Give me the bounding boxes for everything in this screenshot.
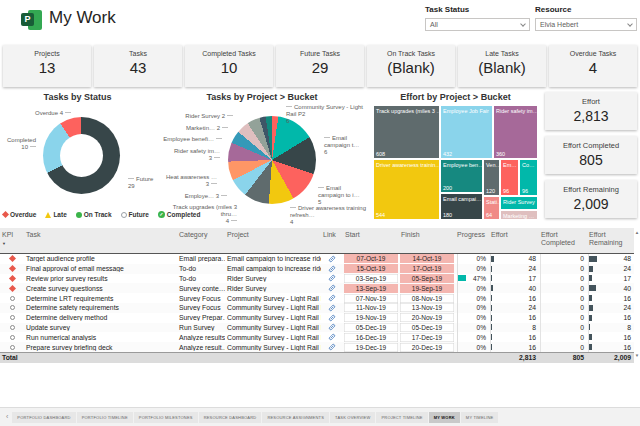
resource-dropdown[interactable]: Elvia Hebert — [535, 18, 637, 31]
kpi-card[interactable]: On Track Tasks(Blank) — [367, 45, 455, 87]
link-icon[interactable] — [328, 294, 336, 302]
kpi-card[interactable]: Late Tasks(Blank) — [458, 45, 546, 87]
effort-completed-cell: 0 — [540, 332, 587, 342]
column-header-effort-completed[interactable]: Effort Completed — [539, 230, 587, 253]
column-header-finish[interactable]: Finish — [399, 230, 455, 253]
report-tab-my-timeline[interactable]: MY TIMELINE — [461, 412, 499, 423]
tab-scroll-left-icon[interactable]: ‹ — [6, 412, 8, 422]
treemap-tile[interactable]: Co…96 — [519, 159, 538, 196]
table-row[interactable]: Determine LRT requirementsSurvey FocusCo… — [0, 293, 634, 303]
treemap-tile[interactable]: Stati…64 — [483, 196, 500, 220]
report-tab-portfolio-dashboard[interactable]: PORTFOLIO DASHBOARD — [12, 412, 75, 423]
kpi-card-value: 10 — [185, 59, 273, 76]
treemap-tile[interactable]: Employee Job Fair432 — [440, 105, 493, 159]
table-row[interactable]: Determine safety requirementsSurvey Focu… — [0, 303, 634, 313]
table-row[interactable]: Create survey questionssSurvey conte…Rid… — [0, 283, 634, 293]
column-header-kpi[interactable]: KPI▼ — [0, 230, 24, 253]
column-header-effort[interactable]: Effort — [489, 230, 539, 253]
report-tab-my-work[interactable]: MY WORK — [429, 412, 460, 423]
chart-data-label: Rider safety im… 3 — [174, 148, 220, 162]
report-tab-portfolio-milestones[interactable]: PORTFOLIO MILESTONES — [134, 412, 198, 423]
link-icon[interactable] — [328, 343, 336, 351]
task-status-dropdown[interactable]: All — [425, 18, 530, 31]
treemap-tile[interactable]: Rider safety im…360 — [493, 105, 538, 159]
link-icon[interactable] — [328, 284, 336, 292]
link-cell[interactable] — [321, 323, 343, 331]
link-cell[interactable] — [321, 304, 343, 312]
diamond-icon — [2, 211, 9, 218]
column-header-project[interactable]: Project — [225, 230, 321, 253]
table-row[interactable]: Target audience profileEmail prepara…Ema… — [0, 254, 634, 264]
effort-card[interactable]: Effort2,813 — [545, 92, 637, 130]
circle-check-icon: ✓ — [158, 211, 165, 218]
link-cell[interactable] — [321, 294, 343, 302]
table-row[interactable]: Run numerical analysisAnalyze resultsCom… — [0, 332, 634, 342]
column-header-effort-remaining[interactable]: Effort Remaining — [587, 230, 634, 253]
link-cell[interactable] — [321, 343, 343, 351]
report-tab-portfolio-timeline[interactable]: PORTFOLIO TIMELINE — [77, 412, 133, 423]
kpi-card[interactable]: Completed Tasks10 — [185, 45, 273, 87]
treemap-tile[interactable]: Employee ben…200 — [440, 159, 483, 193]
kpi-cell — [0, 286, 24, 291]
treemap-tile[interactable]: Em…96 — [500, 159, 519, 196]
future-circle-icon — [10, 296, 15, 301]
treemap-tile[interactable]: Ven…120 — [483, 159, 500, 196]
effort-value: 40 — [528, 285, 539, 292]
treemap-tile[interactable]: Email campai…180 — [440, 193, 483, 220]
column-header-link[interactable]: Link — [321, 230, 343, 253]
kpi-card[interactable]: Overdue Tasks4 — [549, 45, 637, 87]
future-circle-icon — [10, 345, 15, 350]
kpi-card[interactable]: Tasks43 — [94, 45, 182, 87]
report-tab-project-timeline[interactable]: PROJECT TIMELINE — [376, 412, 427, 423]
link-icon[interactable] — [328, 274, 336, 282]
report-tab-resource-dashboard[interactable]: RESOURCE DASHBOARD — [199, 412, 262, 423]
treemap-tile[interactable]: Track upgrades (miles 3 …608 — [373, 105, 440, 159]
effort-card-label: Effort Completed — [545, 136, 637, 150]
column-header-task[interactable]: Task — [24, 230, 177, 253]
effort-card[interactable]: Effort Completed805 — [545, 136, 637, 174]
report-tab-resource-assignments[interactable]: RESOURCE ASSIGNMENTS — [262, 412, 329, 423]
link-icon[interactable] — [328, 323, 336, 331]
link-cell[interactable] — [321, 265, 343, 273]
tasks-by-status-panel: Tasks by Status Overdue 4Completed 10Fut… — [0, 92, 155, 225]
link-icon[interactable] — [328, 265, 336, 273]
link-cell[interactable] — [321, 284, 343, 292]
table-row[interactable]: Determine delivery methodSurvey Prepar…C… — [0, 313, 634, 323]
treemap-tile[interactable]: Rider Survey — [500, 196, 538, 210]
column-header-start[interactable]: Start — [343, 230, 399, 253]
effort-remaining-value: 16 — [623, 334, 634, 341]
effort-bar — [491, 344, 492, 350]
table-row[interactable]: Final approval of email messageTo-doEmai… — [0, 264, 634, 274]
effort-by-project-treemap[interactable]: Track upgrades (miles 3 …608Driver aware… — [373, 105, 538, 220]
table-row[interactable]: Prepare survey briefing deckAnalyze resu… — [0, 342, 634, 352]
column-header-category[interactable]: Category — [177, 230, 225, 253]
scroll-up-icon[interactable]: ▲ — [634, 230, 640, 235]
table-row[interactable]: Update surveyRun SurveyCommunity Survey … — [0, 323, 634, 333]
kpi-card-label: Future Tasks — [276, 50, 364, 57]
column-header-progress[interactable]: Progress — [455, 230, 489, 253]
effort-remaining-bar — [589, 295, 592, 301]
kpi-filter-icon[interactable]: ▼ — [2, 242, 22, 247]
table-scrollbar[interactable]: ▲ ▼ — [634, 228, 640, 363]
link-cell[interactable] — [321, 274, 343, 282]
category-cell: Survey conte… — [177, 285, 225, 292]
link-cell[interactable] — [321, 314, 343, 322]
chart-data-label: Completed 10 — [7, 137, 36, 151]
link-icon[interactable] — [328, 304, 336, 312]
link-icon[interactable] — [328, 255, 336, 263]
kpi-card[interactable]: Projects13 — [3, 45, 91, 87]
progress-value: 0% — [477, 255, 489, 262]
link-icon[interactable] — [328, 333, 336, 341]
table-row[interactable]: Review prior survey resultsTo-doRider Su… — [0, 274, 634, 284]
effort-completed-cell: 0 — [540, 313, 587, 323]
report-tab-task-overview[interactable]: TASK OVERVIEW — [330, 412, 375, 423]
treemap-tile[interactable]: Marketing … — [500, 210, 538, 220]
link-icon[interactable] — [328, 314, 336, 322]
effort-remaining-value: 24 — [623, 265, 634, 272]
effort-card[interactable]: Effort Remaining2,009 — [545, 180, 637, 218]
treemap-tile[interactable]: Driver awareness trainin…544 — [373, 159, 440, 220]
link-cell[interactable] — [321, 333, 343, 341]
scroll-down-icon[interactable]: ▼ — [634, 353, 640, 358]
kpi-card[interactable]: Future Tasks29 — [276, 45, 364, 87]
link-cell[interactable] — [321, 255, 343, 263]
